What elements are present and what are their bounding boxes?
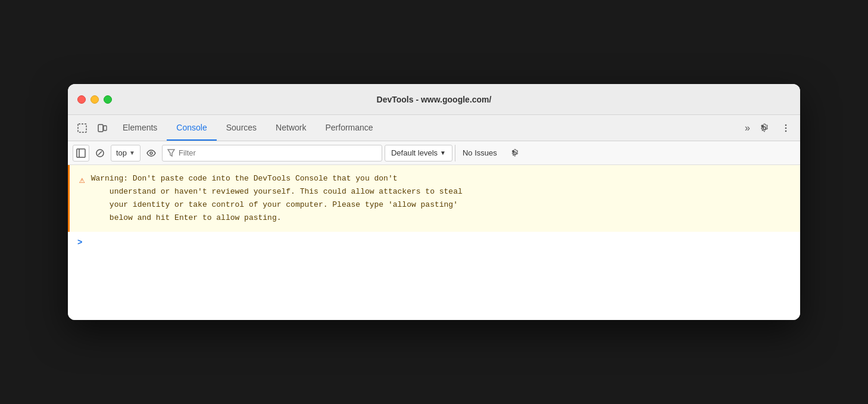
warning-text: Warning: Don't paste code into the DevTo…	[91, 172, 791, 225]
console-settings-button[interactable]	[507, 145, 523, 161]
svg-rect-7	[77, 149, 85, 157]
tab-performance[interactable]: Performance	[316, 115, 382, 141]
svg-point-6	[785, 130, 787, 132]
default-levels-button[interactable]: Default levels ▼	[385, 145, 452, 161]
filter-input-wrap[interactable]	[162, 145, 382, 161]
tabs-bar: Elements Console Sources Network Perform…	[68, 115, 800, 141]
prompt-chevron: >	[77, 238, 82, 247]
context-arrow-icon: ▼	[129, 150, 135, 156]
devtools-window: DevTools - www.google.com/ Elements Cons…	[68, 84, 800, 320]
maximize-button[interactable]	[104, 95, 112, 104]
tabs-list: Elements Console Sources Network Perform…	[113, 115, 740, 141]
inspect-element-icon[interactable]	[73, 119, 92, 138]
tabs-right-actions	[755, 119, 795, 138]
tab-sources[interactable]: Sources	[217, 115, 266, 141]
tab-network[interactable]: Network	[266, 115, 316, 141]
svg-marker-12	[168, 150, 174, 156]
warning-message: ⚠ Warning: Don't paste code into the Dev…	[68, 165, 800, 232]
filter-icon	[167, 149, 175, 157]
live-expressions-button[interactable]	[143, 145, 160, 161]
default-levels-arrow-icon: ▼	[440, 150, 446, 156]
context-selector[interactable]: top ▼	[111, 145, 140, 161]
title-bar: DevTools - www.google.com/	[68, 84, 800, 115]
filter-input[interactable]	[179, 148, 377, 157]
svg-point-11	[150, 152, 152, 154]
traffic-lights	[77, 95, 112, 104]
console-toolbar: top ▼ Default levels ▼ No Issues	[68, 141, 800, 165]
warning-icon: ⚠	[79, 173, 85, 225]
more-tabs-button[interactable]: »	[740, 123, 755, 133]
device-toolbar-icon[interactable]	[93, 119, 112, 138]
sidebar-toggle-button[interactable]	[73, 145, 89, 161]
no-issues-button[interactable]: No Issues	[455, 145, 504, 161]
window-title: DevTools - www.google.com/	[377, 95, 492, 104]
svg-rect-2	[98, 125, 103, 132]
svg-rect-3	[104, 126, 107, 130]
svg-rect-0	[78, 124, 86, 132]
context-label: top	[116, 148, 127, 157]
tab-elements[interactable]: Elements	[113, 115, 167, 141]
clear-console-button[interactable]	[92, 145, 108, 161]
svg-point-4	[785, 124, 787, 126]
no-issues-label: No Issues	[463, 148, 497, 157]
console-content: ⚠ Warning: Don't paste code into the Dev…	[68, 165, 800, 320]
close-button[interactable]	[77, 95, 86, 104]
more-options-icon[interactable]	[776, 119, 795, 138]
svg-point-5	[785, 127, 787, 129]
console-prompt[interactable]: >	[68, 232, 800, 253]
minimize-button[interactable]	[90, 95, 99, 104]
default-levels-label: Default levels	[391, 148, 438, 157]
svg-line-10	[98, 151, 102, 155]
devtools-settings-icon[interactable]	[755, 119, 774, 138]
tab-console[interactable]: Console	[167, 115, 216, 141]
